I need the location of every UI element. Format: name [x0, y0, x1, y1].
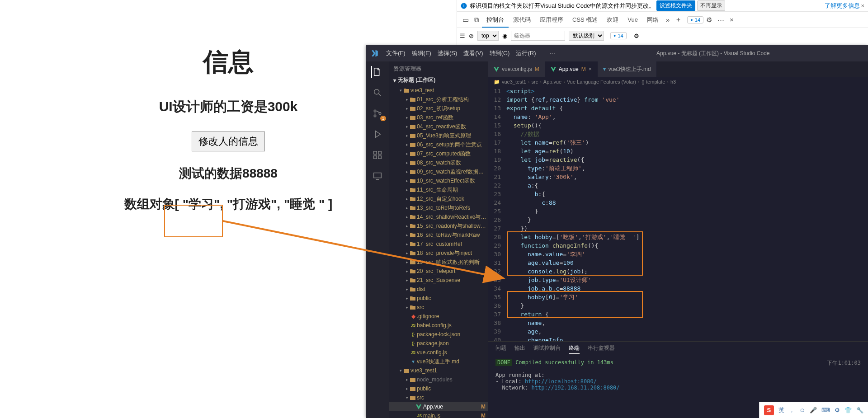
tree-item[interactable]: ▸06_src_setup的两个注意点 — [389, 140, 488, 149]
tree-item[interactable]: ▸public — [389, 384, 488, 393]
remote-icon[interactable] — [372, 170, 383, 182]
breadcrumb-item[interactable]: Vue Language Features (Volar) — [567, 79, 636, 85]
extensions-icon[interactable] — [372, 149, 383, 161]
network-url[interactable]: http://192.168.31.208:8080/ — [531, 385, 619, 391]
device-toggle-icon[interactable]: ▭ — [460, 13, 472, 27]
terminal-tab[interactable]: 输出 — [514, 344, 525, 354]
editor-tab[interactable]: ▾vue3快速上手.md — [598, 61, 657, 77]
tree-item[interactable]: ▸src — [389, 303, 488, 312]
ime-mic-icon[interactable]: 🎤 — [810, 407, 817, 413]
close-devtools-icon[interactable]: × — [727, 13, 736, 26]
menu-item[interactable]: 查看(V) — [463, 50, 483, 56]
tree-item[interactable]: ▸12_src_自定义hook — [389, 194, 488, 203]
tree-item[interactable]: ▾src — [389, 393, 488, 402]
source-control-icon[interactable] — [372, 108, 383, 119]
terminal-tab[interactable]: 调试控制台 — [533, 344, 561, 354]
tree-item[interactable]: {}package.json — [389, 339, 488, 348]
dock-icon[interactable]: ⧉ — [472, 13, 482, 27]
devtools-tab-源代码[interactable]: 源代码 — [509, 13, 535, 27]
tree-item[interactable]: ◆.gitignore — [389, 312, 488, 321]
ime-smile-icon[interactable]: ☺ — [799, 407, 805, 413]
menu-item[interactable]: 转到(G) — [490, 50, 510, 56]
tree-item[interactable]: ▸05_Vue3的响应式原理 — [389, 131, 488, 140]
tree-item[interactable]: ▸20_src_Teleport — [389, 267, 488, 276]
code-editor[interactable]: 11<script>12import {ref,reactive} from '… — [488, 87, 868, 341]
close-tab-icon[interactable]: × — [589, 66, 592, 72]
tree-item[interactable]: JSmain.jsM — [389, 411, 488, 418]
tree-item[interactable]: ▸dist — [389, 285, 488, 294]
sidebar-toggle-icon[interactable]: ☰ — [460, 33, 465, 39]
gear-icon-2[interactable]: ⚙ — [634, 33, 639, 39]
editor-tab[interactable]: App.vueM× — [545, 61, 598, 77]
tree-item[interactable]: ▸04_src_reactive函数 — [389, 122, 488, 131]
tree-item[interactable]: ▸19_src_响应式数据的判断 — [389, 258, 488, 267]
tree-item[interactable]: ▸02_src_初识setup — [389, 104, 488, 113]
devtools-tab-应用程序[interactable]: 应用程序 — [535, 13, 568, 27]
terminal-tab[interactable]: 问题 — [495, 344, 506, 354]
devtools-tab-CSS 概述[interactable]: CSS 概述 — [568, 13, 602, 27]
tree-item[interactable]: ▸08_src_watch函数 — [389, 158, 488, 167]
tree-item[interactable]: JSbabel.config.js — [389, 321, 488, 330]
menu-item[interactable]: 编辑(E) — [412, 50, 431, 56]
filter-input[interactable] — [511, 31, 565, 41]
breadcrumb-item[interactable]: App.vue — [543, 79, 561, 85]
tree-item[interactable]: JSvue.config.js — [389, 348, 488, 357]
tree-item[interactable]: ▸07_src_computed函数 — [389, 149, 488, 158]
breadcrumb-item[interactable]: src — [532, 79, 538, 85]
devtools-tab-控制台[interactable]: 控制台 — [482, 13, 509, 28]
set-root-button[interactable]: 设置根文件夹 — [656, 0, 695, 11]
tree-item[interactable]: ▸13_src_toRef与toRefs — [389, 203, 488, 212]
more-menu-icon[interactable]: ⋯ — [549, 50, 555, 57]
context-select[interactable]: top — [477, 31, 499, 41]
workspace-label[interactable]: ▾无标题 (工作区) — [389, 75, 488, 86]
more-icon[interactable]: ⋯ — [715, 13, 727, 27]
editor-tab[interactable]: vue.config.jsM — [488, 61, 545, 77]
ime-skin-icon[interactable]: 👕 — [844, 407, 852, 413]
tree-item[interactable]: App.vueM — [389, 402, 488, 411]
ime-lang[interactable]: 英 — [778, 406, 784, 414]
breadcrumb-item[interactable]: h3 — [670, 79, 676, 85]
explorer-icon[interactable] — [371, 66, 383, 78]
terminal-tab[interactable]: 串行监视器 — [588, 344, 615, 354]
tree-item[interactable]: ▸03_src_ref函数 — [389, 113, 488, 122]
dismiss-button[interactable]: 不再显示 — [697, 0, 725, 11]
level-select[interactable]: 默认级别 — [569, 31, 604, 41]
ime-gear-icon[interactable]: ⚙ — [835, 407, 840, 413]
tree-item[interactable]: ▸14_src_shallowReactive与shallowRef — [389, 212, 488, 221]
devtools-tab-欢迎[interactable]: 欢迎 — [602, 13, 623, 27]
clear-icon[interactable]: ⊘ — [469, 33, 474, 39]
tree-item[interactable]: ▸node_modules — [389, 375, 488, 384]
ime-punct-icon[interactable]: ， — [789, 406, 795, 414]
issues-badge-2[interactable]: 14 — [610, 32, 627, 39]
ime-tool-icon[interactable]: 🔧 — [856, 407, 863, 413]
learn-more-link[interactable]: 了解更多信息 — [825, 2, 860, 10]
plus-icon[interactable]: ＋ — [672, 13, 684, 27]
tree-item[interactable]: ▾vue3_test1 — [389, 366, 488, 375]
devtools-tab-网络[interactable]: 网络 — [642, 13, 663, 27]
close-icon[interactable]: × — [861, 2, 864, 9]
issues-badge[interactable]: 14 — [687, 16, 703, 23]
tree-item[interactable]: ▸10_src_watchEffect函数 — [389, 176, 488, 185]
terminal-tab[interactable]: 终端 — [569, 344, 580, 354]
ime-keyboard-icon[interactable]: ⌨ — [821, 407, 830, 413]
breadcrumb[interactable]: 📁vue3_test1 › src › App.vue › Vue Langua… — [488, 77, 868, 87]
tree-item[interactable]: ▾vue3_test — [389, 86, 488, 95]
menu-item[interactable]: 运行(R) — [516, 50, 536, 56]
tree-item[interactable]: ▸21_src_Suspense — [389, 276, 488, 285]
change-info-button[interactable]: 修改人的信息 — [192, 132, 265, 151]
tree-item[interactable]: ▸17_src_customRef — [389, 240, 488, 249]
tree-item[interactable]: ▸09_src_watch监视ref数据的说明 — [389, 167, 488, 176]
breadcrumb-item[interactable]: vue3_test1 — [502, 79, 526, 85]
tree-item[interactable]: ▸11_src_生命周期 — [389, 185, 488, 194]
tree-item[interactable]: ▸15_src_readonly与shallowReadonly — [389, 221, 488, 230]
search-icon[interactable] — [372, 87, 383, 99]
devtools-tab-Vue[interactable]: Vue — [623, 13, 642, 27]
tree-item[interactable]: ▸public — [389, 294, 488, 303]
breadcrumb-item[interactable]: {} template — [642, 79, 665, 85]
tree-item[interactable]: ▸01_src_分析工程结构 — [389, 95, 488, 104]
eye-icon[interactable]: ◉ — [502, 33, 507, 39]
tree-item[interactable]: ▾vue3快速上手.md — [389, 357, 488, 366]
debug-icon[interactable] — [372, 128, 383, 140]
tree-item[interactable]: {}package-lock.json — [389, 330, 488, 339]
tree-item[interactable]: ▸18_src_provide与inject — [389, 249, 488, 258]
